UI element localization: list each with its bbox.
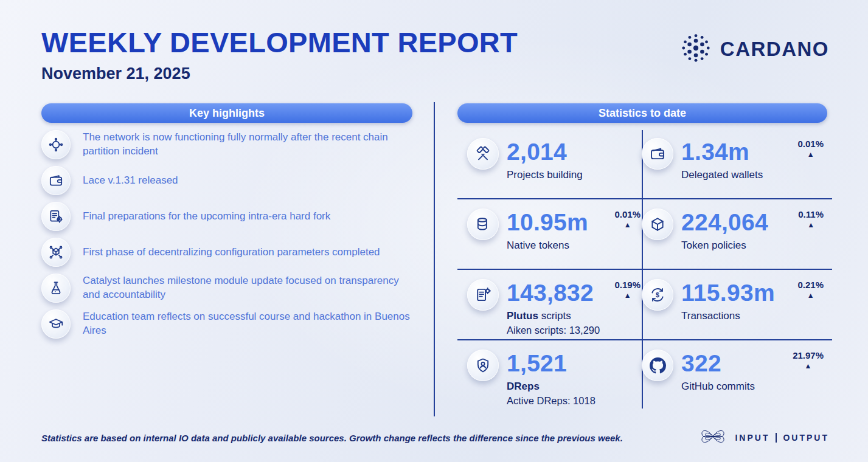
github-icon — [642, 350, 673, 381]
graduation-cap-icon — [41, 309, 71, 339]
highlight-text: Lace v.1.31 released — [83, 174, 178, 188]
stat-value: 10.95m — [507, 210, 588, 234]
key-highlights-list: The network is now functioning fully nor… — [41, 130, 416, 339]
script-icon — [467, 279, 499, 311]
stat-label: DReps — [507, 381, 595, 393]
highlight-text: First phase of decentralizing configurat… — [83, 246, 380, 260]
stat-value: 1,521 — [507, 351, 595, 375]
iog-separator — [776, 433, 777, 443]
svg-text:$: $ — [656, 291, 659, 298]
network-partition-icon — [41, 130, 71, 159]
transactions-icon: $ — [642, 279, 673, 311]
wallet-icon — [642, 138, 673, 170]
stat-label-rest: scripts — [538, 310, 571, 322]
stat-label-strong: Plutus — [507, 310, 538, 322]
list-item: Education team reflects on successful co… — [41, 309, 416, 339]
stat-label: Delegated wallets — [681, 169, 763, 181]
stat-sublabel: Active DReps: 1018 — [507, 395, 595, 407]
disclaimer-text: Statistics are based on internal IO data… — [41, 433, 623, 443]
cardano-logo-icon — [679, 32, 712, 67]
highlight-text: Final preparations for the upcoming intr… — [83, 210, 330, 224]
list-item: First phase of decentralizing configurat… — [41, 238, 416, 267]
stat-label-strong: DReps — [507, 381, 540, 392]
iog-input-label: INPUT — [735, 433, 769, 443]
list-item: The network is now functioning fully nor… — [41, 130, 416, 159]
stat-sublabel: Aiken scripts: 13,290 — [507, 325, 600, 336]
growth-indicator: 0.11% ▲ — [798, 209, 824, 229]
list-item: Final preparations for the upcoming intr… — [41, 202, 416, 231]
up-triangle-icon: ▲ — [797, 292, 824, 299]
growth-percent: 0.01% — [797, 139, 824, 149]
highlight-text: Catalyst launches milestone module updat… — [83, 274, 416, 302]
stat-transactions: $ 115.93m Transactions 0.21% ▲ — [642, 270, 832, 340]
key-highlights-heading: Key highlights — [41, 103, 412, 123]
highlight-text: Education team reflects on successful co… — [83, 310, 416, 338]
token-cube-icon — [642, 209, 673, 240]
iog-output-label: OUTPUT — [783, 433, 829, 443]
stat-delegated-wallets: 1.34m Delegated wallets 0.01% ▲ — [642, 129, 832, 199]
tools-icon — [467, 138, 499, 170]
brand-name: CARDANO — [720, 38, 829, 61]
weekly-report-page: WEEKLY DEVELOPMENT REPORT November 21, 2… — [0, 0, 868, 462]
growth-percent: 0.01% — [614, 209, 641, 219]
stat-native-tokens: 10.95m Native tokens 0.01% ▲ — [457, 199, 642, 270]
stat-projects-building: 2,014 Projects building — [457, 129, 642, 199]
statistics-heading: Statistics to date — [457, 103, 827, 123]
stat-plutus-scripts: 143,832 Plutus scripts Aiken scripts: 13… — [457, 270, 642, 340]
growth-percent: 0.19% — [614, 280, 641, 290]
stat-label: Native tokens — [507, 240, 588, 252]
growth-indicator: 0.01% ▲ — [614, 209, 641, 229]
stat-label: Token policies — [681, 240, 768, 252]
up-triangle-icon: ▲ — [614, 221, 641, 229]
up-triangle-icon: ▲ — [793, 362, 824, 370]
growth-indicator: 0.21% ▲ — [797, 280, 824, 299]
stat-value: 1.34m — [681, 140, 763, 164]
up-triangle-icon: ▲ — [798, 221, 824, 229]
stat-label: Projects building — [507, 169, 583, 181]
dreps-shield-icon — [467, 350, 499, 381]
butterfly-logo-icon — [698, 427, 727, 449]
growth-percent: 0.21% — [797, 280, 824, 290]
cube-network-icon — [41, 238, 71, 267]
input-output-brand: INPUT OUTPUT — [698, 427, 829, 449]
growth-percent: 21.97% — [793, 350, 824, 360]
stat-dreps: 1,521 DReps Active DReps: 1018 — [457, 340, 642, 411]
stat-label: Transactions — [681, 310, 775, 322]
growth-indicator: 0.01% ▲ — [797, 139, 824, 158]
stat-value: 322 — [681, 351, 755, 375]
report-date: November 21, 2025 — [41, 64, 190, 83]
stat-label: GitHub commits — [681, 381, 755, 393]
coins-icon — [467, 209, 499, 240]
up-triangle-icon: ▲ — [797, 151, 824, 158]
stat-value: 115.93m — [681, 281, 775, 305]
stat-value: 143,832 — [507, 281, 600, 305]
growth-indicator: 0.19% ▲ — [614, 280, 641, 299]
growth-percent: 0.11% — [798, 209, 824, 219]
list-item: Catalyst launches milestone module updat… — [41, 274, 416, 303]
flask-icon — [41, 274, 71, 303]
stat-value: 2,014 — [507, 140, 583, 164]
wallet-icon — [41, 166, 71, 195]
page-title: WEEKLY DEVELOPMENT REPORT — [41, 26, 518, 59]
highlight-text: The network is now functioning fully nor… — [83, 131, 416, 159]
list-item: Lace v.1.31 released — [41, 166, 416, 195]
cardano-brand: CARDANO — [679, 32, 829, 67]
document-gear-icon — [41, 202, 71, 231]
up-triangle-icon: ▲ — [614, 292, 641, 299]
column-divider — [434, 102, 435, 416]
stat-label: Plutus scripts — [507, 310, 600, 322]
stat-value: 224,064 — [681, 210, 768, 234]
stat-github-commits: 322 GitHub commits 21.97% ▲ — [642, 340, 832, 411]
statistics-grid: 2,014 Projects building 1.34m Delegated … — [457, 129, 832, 411]
stat-token-policies: 224,064 Token policies 0.11% ▲ — [642, 199, 832, 270]
growth-indicator: 21.97% ▲ — [793, 350, 824, 370]
